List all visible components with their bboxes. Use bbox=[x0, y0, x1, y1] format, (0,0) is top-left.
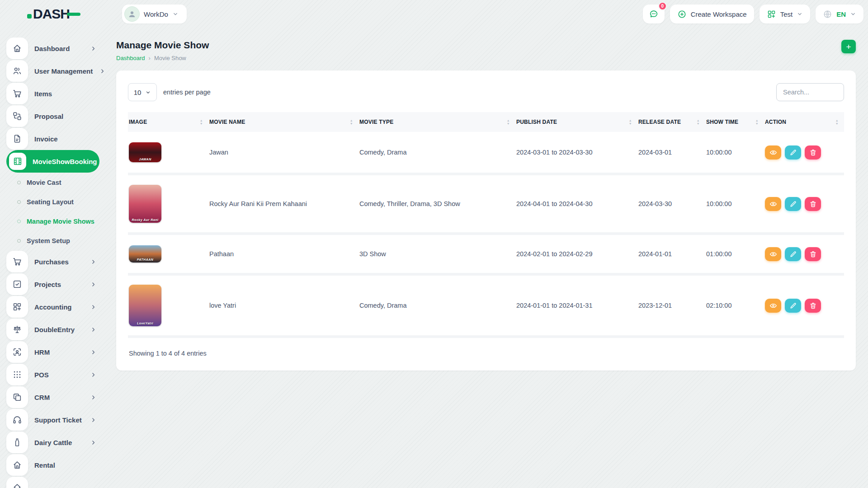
column-header-release-date[interactable]: RELEASE DATE▲▼ bbox=[637, 112, 705, 132]
chevron-down-icon bbox=[797, 11, 803, 17]
sidebar-subitem-movie-cast[interactable]: Movie Cast bbox=[6, 173, 104, 192]
sidebar-item-dairy-cattle[interactable]: Dairy Cattle bbox=[6, 431, 104, 454]
edit-button[interactable] bbox=[785, 197, 801, 211]
entries-per-page-select[interactable]: 10 bbox=[128, 83, 157, 101]
sidebar-item-label: Rental bbox=[34, 461, 104, 469]
show-time-cell: 02:10:00 bbox=[705, 276, 764, 338]
create-workspace-button[interactable]: Create Workspace bbox=[670, 5, 754, 23]
view-button[interactable] bbox=[765, 299, 781, 313]
sidebar-item-invoice[interactable]: Invoice bbox=[6, 127, 104, 150]
eye-icon bbox=[769, 200, 777, 208]
sidebar-subitem-label: Seating Layout bbox=[27, 198, 74, 206]
edit-button[interactable] bbox=[785, 247, 801, 261]
show-time-cell: 10:00:00 bbox=[705, 175, 764, 235]
messages-button[interactable]: 0 bbox=[643, 5, 665, 23]
home-icon bbox=[12, 43, 22, 53]
sort-icon[interactable]: ▲▼ bbox=[200, 119, 203, 125]
avatar bbox=[124, 6, 140, 22]
film-icon bbox=[13, 156, 23, 166]
edit-button[interactable] bbox=[785, 145, 801, 160]
sidebar-item-doubleentry[interactable]: DoubleEntry bbox=[6, 318, 104, 341]
sidebar-item-rental[interactable]: Rental bbox=[6, 454, 104, 476]
breadcrumb-dashboard-link[interactable]: Dashboard bbox=[116, 55, 145, 61]
column-header-publish-date[interactable]: PUBLISH DATE▲▼ bbox=[515, 112, 637, 132]
sidebar-item-partial[interactable] bbox=[6, 476, 104, 488]
chevron-down-icon bbox=[172, 11, 179, 17]
search-input[interactable] bbox=[776, 83, 844, 101]
check-square-icon bbox=[12, 279, 22, 289]
chevron-right-icon bbox=[90, 45, 97, 52]
app-logo[interactable]: DASH bbox=[0, 6, 104, 22]
sort-icon[interactable]: ▲▼ bbox=[835, 119, 839, 125]
sort-icon[interactable]: ▲▼ bbox=[629, 119, 632, 125]
sidebar-item-label: Invoice bbox=[34, 135, 104, 143]
sidebar-item-hrm[interactable]: HRM bbox=[6, 341, 104, 363]
view-button[interactable] bbox=[765, 197, 781, 211]
sidebar-item-label: Proposal bbox=[34, 113, 104, 120]
chevron-right-icon bbox=[99, 68, 104, 75]
sidebar-item-projects[interactable]: Projects bbox=[6, 273, 104, 296]
sort-icon[interactable]: ▲▼ bbox=[507, 119, 510, 125]
pencil-icon bbox=[789, 250, 797, 258]
sidebar-item-movieshowbooking[interactable]: MovieShowBooking bbox=[6, 150, 99, 173]
column-header-movie-name[interactable]: MOVIE NAME▲▼ bbox=[208, 112, 359, 132]
view-button[interactable] bbox=[765, 145, 781, 160]
sidebar-subitem-system-setup[interactable]: System Setup bbox=[6, 231, 104, 250]
sidebar-item-label: DoubleEntry bbox=[34, 326, 84, 333]
movie-type-cell: Comedy, Drama bbox=[359, 132, 515, 175]
column-header-movie-type[interactable]: MOVIE TYPE▲▼ bbox=[359, 112, 515, 132]
sort-icon[interactable]: ▲▼ bbox=[755, 119, 759, 125]
column-header-show-time[interactable]: SHOW TIME▲▼ bbox=[705, 112, 764, 132]
workspace-select[interactable]: Test bbox=[760, 5, 811, 23]
column-header-action[interactable]: ACTION▲▼ bbox=[764, 112, 844, 132]
sidebar-subitem-seating-layout[interactable]: Seating Layout bbox=[6, 192, 104, 211]
sidebar-item-user-management[interactable]: User Management bbox=[6, 60, 104, 82]
breadcrumb-current: Movie Show bbox=[154, 55, 186, 61]
add-movie-show-button[interactable]: + bbox=[841, 40, 856, 53]
globe-icon bbox=[823, 9, 832, 19]
sidebar-item-accounting[interactable]: Accounting bbox=[6, 296, 104, 318]
movie-poster: PATHAAN bbox=[129, 245, 161, 263]
main-content: Manage Movie Show Dashboard › Movie Show… bbox=[104, 28, 868, 371]
table-row: JAWANJawanComedy, Drama2024-03-01 to 202… bbox=[128, 132, 844, 175]
edit-button[interactable] bbox=[785, 299, 801, 313]
delete-button[interactable] bbox=[805, 197, 821, 211]
sidebar-item-label: Support Ticket bbox=[34, 416, 84, 424]
sidebar-item-label: Accounting bbox=[34, 303, 84, 311]
chevron-down-icon bbox=[145, 89, 151, 95]
table-controls: 10 entries per page bbox=[128, 83, 844, 101]
sidebar-item-purchases[interactable]: Purchases bbox=[6, 250, 104, 273]
language-select[interactable]: EN bbox=[816, 5, 863, 23]
home-icon bbox=[12, 483, 22, 488]
sidebar-item-support-ticket[interactable]: Support Ticket bbox=[6, 408, 104, 431]
create-workspace-label: Create Workspace bbox=[691, 10, 747, 18]
column-header-image[interactable]: IMAGE▲▼ bbox=[128, 112, 208, 132]
entries-summary: Showing 1 to 4 of 4 entries bbox=[128, 338, 844, 371]
workspace-switcher[interactable]: WorkDo bbox=[122, 5, 187, 23]
workspace-select-label: Test bbox=[780, 10, 793, 18]
sidebar-item-proposal[interactable]: Proposal bbox=[6, 105, 104, 127]
sidebar-subitem-manage-movie-shows[interactable]: Manage Movie Shows bbox=[6, 211, 104, 231]
view-button[interactable] bbox=[765, 247, 781, 261]
delete-button[interactable] bbox=[805, 299, 821, 313]
chevron-right-icon bbox=[90, 258, 97, 265]
sidebar-item-label: Projects bbox=[34, 281, 84, 288]
sort-icon[interactable]: ▲▼ bbox=[697, 119, 700, 125]
sidebar-item-items[interactable]: Items bbox=[6, 82, 104, 105]
home-icon bbox=[12, 460, 22, 470]
chevron-right-icon bbox=[90, 281, 97, 288]
chevron-right-icon bbox=[90, 417, 97, 423]
dots-grid-icon bbox=[12, 370, 22, 380]
delete-button[interactable] bbox=[805, 247, 821, 261]
pencil-icon bbox=[789, 302, 797, 310]
sidebar-item-pos[interactable]: POS bbox=[6, 363, 104, 386]
sidebar-item-dashboard[interactable]: Dashboard bbox=[6, 37, 104, 60]
movie-poster: JAWAN bbox=[129, 142, 161, 162]
sort-icon[interactable]: ▲▼ bbox=[350, 119, 353, 125]
sidebar: DashboardUser ManagementItemsProposalInv… bbox=[0, 28, 104, 488]
sidebar-item-label: POS bbox=[34, 371, 84, 379]
topbar-actions: 0 Create Workspace Test EN bbox=[643, 5, 868, 23]
sidebar-item-crm[interactable]: CRM bbox=[6, 386, 104, 408]
delete-button[interactable] bbox=[805, 145, 821, 160]
copy-icon bbox=[12, 392, 22, 402]
